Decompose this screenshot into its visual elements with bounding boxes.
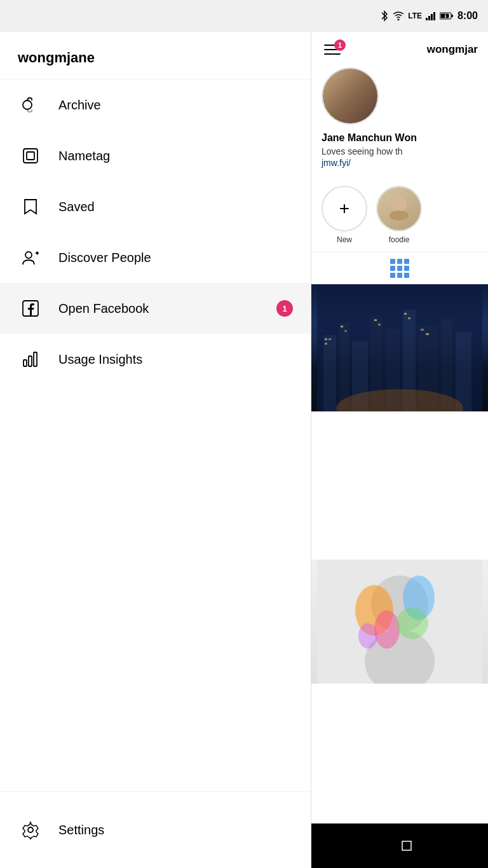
header-username: wongmjar [427, 43, 478, 56]
svg-rect-39 [426, 333, 429, 335]
story-foodie-circle[interactable] [376, 186, 422, 231]
status-icons: LTE 8:00 [380, 10, 478, 22]
story-new[interactable]: + New [322, 186, 367, 244]
main-layout: wongmjane Archive [0, 32, 488, 868]
svg-rect-6 [451, 15, 453, 17]
insights-icon [18, 347, 43, 372]
nametag-icon [18, 143, 43, 169]
svg-rect-10 [27, 152, 34, 160]
svg-rect-13 [24, 360, 27, 366]
svg-rect-34 [374, 319, 377, 321]
svg-point-18 [390, 210, 409, 221]
svg-rect-4 [433, 12, 435, 20]
avatar-image [323, 69, 377, 123]
svg-point-16 [28, 827, 33, 832]
facebook-badge: 1 [276, 300, 293, 317]
story-foodie-label: foodie [389, 235, 410, 244]
menu-item-nametag[interactable]: Nametag [0, 130, 311, 181]
story-foodie[interactable]: foodie [376, 186, 422, 244]
discover-label: Discover People [58, 251, 151, 265]
svg-rect-35 [378, 324, 381, 326]
profile-name: Jane Manchun Won [322, 132, 478, 144]
art-svg [311, 560, 488, 684]
facebook-icon [18, 296, 43, 321]
sidebar-username: wongmjane [0, 32, 311, 79]
menu-items: Archive Nametag Saved [0, 79, 311, 791]
android-recents-button[interactable] [397, 836, 416, 855]
archive-label: Archive [58, 98, 101, 113]
right-panel: 1 wongmjar Jane Manchun Won Loves seeing… [311, 32, 488, 868]
photo-art[interactable] [311, 560, 488, 684]
stories-row: + New foodie [311, 178, 488, 252]
battery-icon [440, 12, 454, 20]
sidebar-bottom: Settings [0, 791, 311, 868]
wifi-icon [393, 11, 404, 20]
profile-topbar: 1 wongmjar [311, 32, 488, 57]
menu-item-saved[interactable]: Saved [0, 181, 311, 232]
header-menu-button[interactable]: 1 [322, 42, 343, 57]
lte-label: LTE [408, 11, 422, 20]
svg-point-17 [391, 196, 407, 212]
menu-item-facebook[interactable]: Open Facebook 1 [0, 283, 311, 334]
discover-people-icon [18, 245, 43, 270]
svg-rect-9 [24, 149, 37, 163]
svg-rect-30 [329, 338, 331, 340]
archive-icon [18, 92, 43, 118]
insights-label: Usage Insights [58, 352, 142, 367]
header-menu-badge: 1 [334, 39, 346, 51]
menu-item-insights[interactable]: Usage Insights [0, 334, 311, 385]
svg-point-47 [396, 607, 428, 639]
status-bar: LTE 8:00 [0, 0, 488, 32]
svg-rect-3 [431, 14, 433, 20]
grid-view-icon[interactable] [390, 259, 409, 278]
bluetooth-icon [380, 10, 389, 22]
svg-rect-29 [325, 338, 327, 340]
svg-rect-36 [404, 313, 407, 315]
status-time: 8:00 [458, 10, 478, 22]
photo-grid [311, 284, 488, 832]
svg-rect-31 [325, 343, 327, 345]
recents-icon [400, 839, 413, 852]
svg-rect-32 [341, 326, 343, 327]
svg-rect-33 [344, 330, 347, 332]
svg-point-0 [398, 19, 400, 21]
menu-item-discover[interactable]: Discover People [0, 232, 311, 283]
svg-rect-38 [421, 329, 424, 331]
svg-rect-37 [408, 317, 410, 319]
svg-rect-15 [34, 352, 37, 366]
svg-rect-2 [428, 16, 430, 20]
nametag-label: Nametag [58, 149, 110, 163]
story-new-circle[interactable]: + [322, 186, 367, 231]
menu-item-archive[interactable]: Archive [0, 79, 311, 130]
profile-info: Jane Manchun Won Loves seeing how th jmw… [311, 57, 488, 178]
foodie-placeholder [383, 193, 415, 224]
profile-link[interactable]: jmw.fyi/ [322, 158, 478, 168]
svg-point-8 [23, 100, 32, 109]
photo-city[interactable] [311, 284, 488, 411]
settings-label: Settings [58, 823, 104, 837]
svg-rect-28 [456, 332, 471, 411]
menu-item-settings[interactable]: Settings [0, 804, 311, 855]
city-svg [311, 284, 488, 411]
svg-rect-20 [323, 335, 336, 411]
facebook-label: Open Facebook [58, 301, 149, 316]
svg-point-46 [374, 610, 400, 649]
story-foodie-image [377, 187, 421, 230]
saved-icon [18, 194, 43, 219]
svg-point-11 [25, 252, 32, 258]
grid-tab-row [311, 252, 488, 284]
profile-bio: Loves seeing how th [322, 146, 478, 156]
profile-avatar [322, 67, 379, 125]
story-plus-icon: + [339, 200, 349, 217]
sidebar: wongmjane Archive [0, 32, 311, 868]
story-new-label: New [337, 235, 352, 244]
signal-icon [426, 11, 436, 20]
svg-rect-14 [29, 356, 32, 366]
svg-rect-52 [402, 841, 411, 850]
svg-point-48 [358, 623, 377, 649]
settings-icon [18, 817, 43, 843]
svg-rect-1 [426, 18, 428, 20]
saved-label: Saved [58, 200, 95, 214]
